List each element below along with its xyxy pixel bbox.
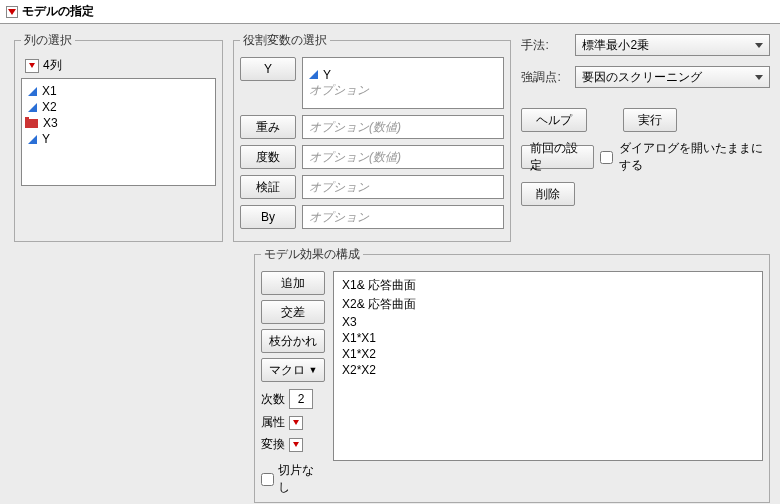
- list-item[interactable]: X1*X2: [342, 346, 754, 362]
- list-item[interactable]: X1*X1: [342, 330, 754, 346]
- freq-input[interactable]: オプション(数値): [302, 145, 505, 169]
- emphasis-label: 強調点:: [521, 69, 567, 86]
- main-area: 列の選択 4列 X1 X2 X3 Y 役割変数の選択 Y Y オプション 重み …: [0, 24, 780, 246]
- continuous-icon: [28, 103, 37, 112]
- continuous-icon: [28, 135, 37, 144]
- cross-button[interactable]: 交差: [261, 300, 325, 324]
- role-legend: 役割変数の選択: [240, 32, 330, 49]
- column-select-legend: 列の選択: [21, 32, 75, 49]
- list-item[interactable]: X3: [342, 314, 754, 330]
- column-dropdown-icon[interactable]: [25, 59, 39, 73]
- list-item[interactable]: Y: [28, 131, 209, 147]
- attr-dropdown-icon[interactable]: [289, 416, 303, 430]
- effects-list[interactable]: X1& 応答曲面 X2& 応答曲面 X3 X1*X1 X1*X2 X2*X2: [333, 271, 763, 461]
- collapse-icon[interactable]: [6, 6, 18, 18]
- list-item[interactable]: X2*X2: [342, 362, 754, 378]
- y-button[interactable]: Y: [240, 57, 296, 81]
- keep-open-label: ダイアログを開いたままにする: [619, 140, 770, 174]
- valid-input[interactable]: オプション: [302, 175, 505, 199]
- continuous-icon: [309, 70, 318, 79]
- column-count-row: 4列: [21, 57, 216, 78]
- add-button[interactable]: 追加: [261, 271, 325, 295]
- remove-button[interactable]: 削除: [521, 182, 575, 206]
- column-list[interactable]: X1 X2 X3 Y: [21, 78, 216, 186]
- effects-legend: モデル効果の構成: [261, 246, 363, 263]
- method-select[interactable]: 標準最小2乗: [575, 34, 770, 56]
- nominal-icon: [28, 119, 38, 128]
- trans-label: 変換: [261, 436, 285, 453]
- list-item[interactable]: X2& 応答曲面: [342, 295, 754, 314]
- nointercept-checkbox[interactable]: [261, 473, 274, 486]
- list-item[interactable]: X3: [28, 115, 209, 131]
- list-item[interactable]: X1& 応答曲面: [342, 276, 754, 295]
- degree-label: 次数: [261, 391, 285, 408]
- by-input[interactable]: オプション: [302, 205, 505, 229]
- run-button[interactable]: 実行: [623, 108, 677, 132]
- help-button[interactable]: ヘルプ: [521, 108, 587, 132]
- nointercept-label: 切片なし: [278, 462, 325, 496]
- by-button[interactable]: By: [240, 205, 296, 229]
- degree-input[interactable]: [289, 389, 313, 409]
- right-panel: 手法: 標準最小2乗 強調点: 要因のスクリーニング ヘルプ 実行 前回の設定 …: [521, 32, 770, 242]
- list-item[interactable]: X1: [28, 83, 209, 99]
- weight-button[interactable]: 重み: [240, 115, 296, 139]
- macro-button[interactable]: マクロ▼: [261, 358, 325, 382]
- attr-label: 属性: [261, 414, 285, 431]
- weight-input[interactable]: オプション(数値): [302, 115, 505, 139]
- section-title: モデルの指定: [22, 3, 94, 20]
- emphasis-select[interactable]: 要因のスクリーニング: [575, 66, 770, 88]
- recall-button[interactable]: 前回の設定: [521, 145, 593, 169]
- continuous-icon: [28, 87, 37, 96]
- effects-group: モデル効果の構成 追加 交差 枝分かれ マクロ▼ 次数 属性 変換: [254, 246, 770, 503]
- keep-open-checkbox[interactable]: [600, 151, 613, 164]
- nest-button[interactable]: 枝分かれ: [261, 329, 325, 353]
- section-header: モデルの指定: [0, 0, 780, 24]
- list-item[interactable]: X2: [28, 99, 209, 115]
- freq-button[interactable]: 度数: [240, 145, 296, 169]
- column-count-label: 4列: [43, 57, 62, 74]
- y-input[interactable]: Y オプション: [302, 57, 505, 109]
- column-select-group: 列の選択 4列 X1 X2 X3 Y: [14, 32, 223, 242]
- valid-button[interactable]: 検証: [240, 175, 296, 199]
- method-label: 手法:: [521, 37, 567, 54]
- role-group: 役割変数の選択 Y Y オプション 重み オプション(数値) 度数 オプション(…: [233, 32, 512, 242]
- trans-dropdown-icon[interactable]: [289, 438, 303, 452]
